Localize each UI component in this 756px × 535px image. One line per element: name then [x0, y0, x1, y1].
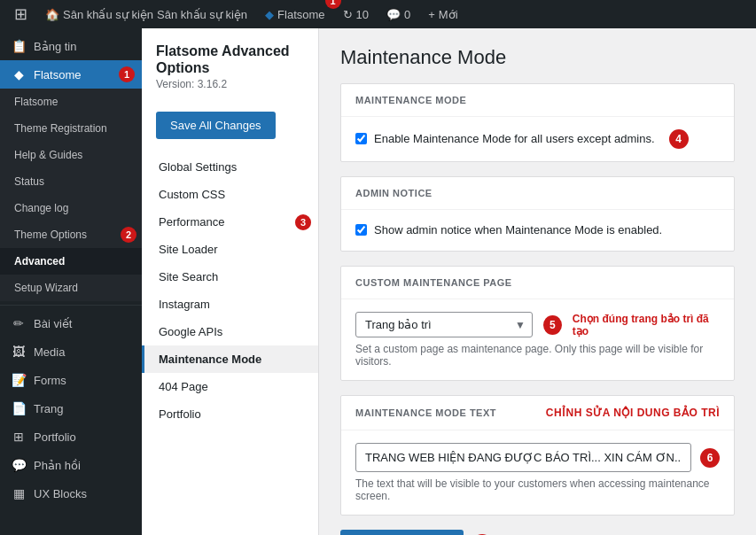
sidebar-item-theme-options[interactable]: Theme Options 2 [0, 221, 142, 248]
maintenance-text-desc: The text that will be visible to your cu… [355, 477, 720, 502]
nav-global-settings[interactable]: Global Settings [142, 153, 318, 181]
comments-item[interactable]: 💬 0 [379, 0, 417, 28]
maintenance-mode-row: Enable Maintenance Mode for all users ex… [355, 129, 720, 149]
sidebar: 📋 Bảng tin ◆ Flatsome 1 Flatsome Theme R… [0, 28, 142, 535]
sidebar-item-help-guides[interactable]: Help & Guides [0, 142, 142, 168]
nav-custom-css[interactable]: Custom CSS [142, 181, 318, 208]
nav-site-search[interactable]: Site Search [142, 263, 318, 291]
flatsome-admin-item[interactable]: ◆ Flatsome 1 [258, 0, 331, 28]
nav-performance[interactable]: Performance 3 [142, 208, 318, 236]
comments-sidebar-icon: 💬 [11, 458, 27, 472]
content-area: Flatsome Advanced Options Version: 3.16.… [142, 28, 756, 535]
updates-icon: ↻ [343, 8, 353, 21]
maintenance-mode-label[interactable]: Enable Maintenance Mode for all users ex… [374, 131, 655, 147]
middle-panel-header: Flatsome Advanced Options Version: 3.16.… [142, 43, 318, 105]
sidebar-item-flatsome-home[interactable]: Flatsome [0, 89, 142, 115]
maintenance-page-select-wrapper: Trang bảo trì Trang chủ Liên hệ ▼ [355, 312, 533, 337]
sidebar-badge-2: 2 [121, 227, 136, 243]
step-badge-4: 4 [669, 129, 689, 149]
sidebar-item-forms[interactable]: 📝 Forms [0, 366, 142, 394]
sidebar-item-phan-hoi[interactable]: 💬 Phản hồi [0, 451, 142, 479]
pages-icon: 📄 [11, 401, 27, 415]
flatsome-icon: ◆ [265, 8, 274, 21]
custom-page-header: CUSTOM MAINTENANCE PAGE [341, 267, 734, 299]
custom-page-body: Trang bảo trì Trang chủ Liên hệ ▼ 5 Chọn… [341, 299, 734, 380]
maintenance-mode-body: Enable Maintenance Mode for all users ex… [341, 117, 734, 161]
media-icon: 🖼 [11, 345, 27, 359]
flatsome-submenu: Flatsome Theme Registration Help & Guide… [0, 89, 142, 301]
admin-notice-header: ADMIN NOTICE [341, 177, 734, 210]
step-badge-6: 6 [700, 448, 720, 468]
sidebar-item-portfolio[interactable]: ⊞ Portfolio [0, 423, 142, 451]
nav-site-loader[interactable]: Site Loader [142, 236, 318, 263]
maintenance-mode-header: MAINTENANCE MODE [341, 84, 734, 117]
admin-notice-label[interactable]: Show admin notice when Maintenance Mode … [374, 222, 662, 238]
sidebar-item-ux-blocks[interactable]: ▦ UX Blocks [0, 479, 142, 508]
middle-panel-title: Flatsome Advanced Options [156, 43, 304, 76]
maintenance-mode-checkbox-row: Enable Maintenance Mode for all users ex… [355, 131, 655, 147]
maintenance-page-select[interactable]: Trang bảo trì Trang chủ Liên hệ [355, 312, 533, 337]
ux-blocks-icon: ▦ [11, 486, 27, 500]
middle-panel-version: Version: 3.16.2 [156, 78, 304, 90]
custom-page-desc: Set a custom page as maintenance page. O… [355, 343, 720, 368]
plus-icon: + [428, 8, 435, 21]
maintenance-text-section: MAINTENANCE MODE TEXT Chỉnh sửa nội dung… [340, 395, 735, 516]
flatsome-sidebar-icon: ◆ [11, 67, 27, 81]
new-item[interactable]: + Mới [421, 0, 464, 28]
portfolio-icon: ⊞ [11, 430, 27, 444]
nav-badge-3: 3 [295, 214, 311, 230]
bottom-save-area: Save All Changes 7 [340, 530, 735, 535]
nav-instagram[interactable]: Instagram [142, 291, 318, 318]
annotation-label-5: Chọn đúng trang bảo trì đã tạo [573, 313, 720, 337]
sidebar-item-bang-tin[interactable]: 📋 Bảng tin [0, 32, 142, 60]
main-content: Maintenance Mode MAINTENANCE MODE Enable… [319, 28, 756, 535]
admin-notice-section: ADMIN NOTICE Show admin notice when Main… [340, 176, 735, 252]
home-icon: 🏠 [45, 8, 59, 21]
sidebar-item-trang[interactable]: 📄 Trang [0, 394, 142, 423]
nav-google-apis[interactable]: Google APIs [142, 318, 318, 345]
maintenance-text-input[interactable]: TRANG WEB HIỆN ĐANG ĐƯỢC BẢO TRÌ... XIN … [355, 443, 691, 472]
admin-notice-checkbox-row: Show admin notice when Maintenance Mode … [355, 222, 720, 238]
step-badge-5: 5 [543, 315, 562, 335]
main-layout: 📋 Bảng tin ◆ Flatsome 1 Flatsome Theme R… [0, 28, 756, 535]
maintenance-text-header: MAINTENANCE MODE TEXT Chỉnh sửa nội dung… [341, 396, 734, 430]
sidebar-item-bai-viet[interactable]: ✏ Bài viết [0, 309, 142, 337]
admin-bar: ⊞ 🏠 Sân khấu sự kiệnSân khấu sự kiện ◆ F… [0, 0, 756, 28]
middle-nav: Global Settings Custom CSS Performance 3… [142, 153, 318, 428]
wp-logo-icon: ⊞ [14, 4, 27, 24]
custom-page-section: CUSTOM MAINTENANCE PAGE Trang bảo trì Tr… [340, 266, 735, 381]
comments-icon: 💬 [386, 8, 401, 21]
sidebar-item-media[interactable]: 🖼 Media [0, 337, 142, 366]
annotation-label-6: Chỉnh sửa nội dung bảo trì [546, 407, 720, 419]
maintenance-text-body: TRANG WEB HIỆN ĐANG ĐƯỢC BẢO TRÌ... XIN … [341, 430, 734, 515]
divider-1 [0, 305, 142, 306]
maintenance-mode-section: MAINTENANCE MODE Enable Maintenance Mode… [340, 83, 735, 162]
admin-notice-checkbox[interactable] [355, 224, 367, 236]
updates-item[interactable]: ↻ 10 [336, 0, 376, 28]
page-title: Maintenance Mode [340, 46, 735, 69]
site-name-item[interactable]: 🏠 Sân khấu sự kiệnSân khấu sự kiện [38, 0, 254, 28]
sidebar-item-flatsome[interactable]: ◆ Flatsome 1 [0, 60, 142, 89]
nav-404-page[interactable]: 404 Page [142, 373, 318, 400]
sidebar-item-setup-wizard[interactable]: Setup Wizard [0, 275, 142, 301]
maintenance-mode-checkbox[interactable] [355, 133, 367, 144]
middle-save-button[interactable]: Save All Changes [156, 112, 276, 139]
admin-notice-body: Show admin notice when Maintenance Mode … [341, 210, 734, 251]
forms-icon: 📝 [11, 373, 27, 387]
sidebar-item-change-log[interactable]: Change log [0, 195, 142, 221]
sidebar-item-status[interactable]: Status [0, 168, 142, 195]
wp-logo-item[interactable]: ⊞ [7, 0, 35, 28]
sidebar-item-theme-registration[interactable]: Theme Registration [0, 115, 142, 142]
sidebar-item-advanced[interactable]: Advanced [0, 248, 142, 275]
sidebar-main-section: 📋 Bảng tin ◆ Flatsome 1 Flatsome Theme R… [0, 28, 142, 511]
nav-maintenance-mode[interactable]: Maintenance Mode [142, 345, 318, 373]
nav-portfolio[interactable]: Portfolio [142, 400, 318, 428]
dashboard-icon: 📋 [11, 39, 27, 53]
posts-icon: ✏ [11, 316, 27, 330]
bottom-save-button[interactable]: Save All Changes [340, 530, 464, 535]
sidebar-badge-1: 1 [119, 66, 135, 82]
middle-panel: Flatsome Advanced Options Version: 3.16.… [142, 28, 319, 535]
